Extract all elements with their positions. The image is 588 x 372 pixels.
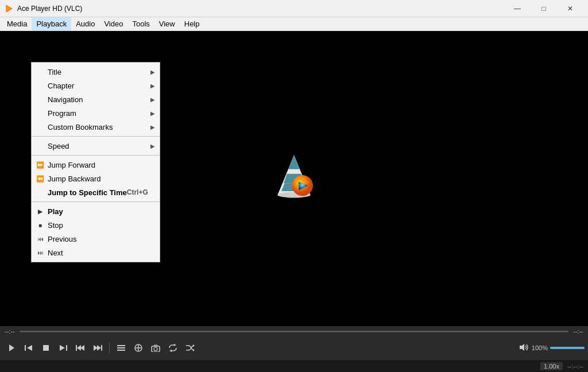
frame-fwd-icon (93, 344, 102, 351)
menu-chapter[interactable]: Chapter (32, 79, 160, 92)
menu-audio[interactable]: Audio (71, 17, 99, 30)
playlist-toggle-button[interactable] (113, 340, 129, 356)
status-bar: 1.00x --:--:-- (0, 359, 588, 372)
speed-display: 1.00x (540, 362, 563, 370)
svg-marker-35 (193, 349, 195, 351)
svg-rect-24 (117, 347, 125, 348)
app-icon (5, 4, 14, 13)
svg-rect-15 (66, 345, 67, 351)
jump-forward-icon: ⏩ (35, 161, 45, 169)
play-button[interactable] (3, 340, 20, 356)
svg-marker-34 (193, 344, 195, 347)
random-button[interactable] (182, 340, 198, 356)
minimize-button[interactable]: — (504, 0, 531, 17)
menu-help[interactable]: Help (180, 17, 204, 30)
main-content: Title Chapter Navigation Program Custom … (0, 31, 588, 372)
svg-marker-11 (9, 344, 14, 351)
menu-video[interactable]: Video (99, 17, 127, 30)
menu-speed[interactable]: Speed (32, 139, 160, 153)
svg-rect-12 (25, 345, 26, 351)
menu-media[interactable]: Media (2, 17, 32, 30)
svg-marker-0 (6, 5, 12, 12)
separator-2 (32, 155, 160, 156)
prev-button[interactable] (21, 340, 37, 356)
window-title: Ace Player HD (VLC) (17, 5, 504, 13)
play-icon: ▶ (35, 208, 45, 215)
volume-icon (519, 343, 529, 353)
controls-bar: 100% (0, 336, 588, 359)
volume-percentage: 100% (532, 344, 548, 351)
menu-play[interactable]: ▶ Play (32, 204, 160, 218)
prev-icon (25, 344, 33, 351)
svg-marker-32 (174, 344, 176, 346)
volume-fill (550, 347, 585, 349)
frame-back-button[interactable] (72, 340, 88, 356)
svg-marker-19 (77, 345, 81, 351)
svg-marker-13 (27, 345, 32, 351)
time-left: --:-- (5, 328, 15, 335)
svg-marker-22 (97, 345, 101, 351)
stop-icon: ■ (35, 222, 45, 228)
next-icon: ⏭ (35, 249, 45, 256)
menu-tools[interactable]: Tools (127, 17, 154, 30)
speaker-icon (519, 343, 529, 351)
extended-button[interactable] (130, 340, 146, 356)
loop-button[interactable] (165, 340, 181, 356)
volume-bar[interactable] (550, 347, 585, 349)
svg-marker-5 (288, 155, 300, 169)
window-controls: — □ ✕ (504, 0, 583, 17)
loop-icon (168, 344, 177, 352)
frame-fwd-button[interactable] (90, 340, 106, 356)
time-display: --:--:-- (567, 363, 583, 370)
menu-jump-specific[interactable]: Jump to Specific Time Ctrl+G (32, 185, 160, 199)
time-right: --:-- (573, 328, 583, 335)
seekbar-track[interactable] (20, 331, 569, 332)
svg-marker-36 (520, 344, 524, 351)
svg-rect-20 (101, 345, 102, 351)
playlist-icon (117, 344, 125, 351)
seekbar-row: --:-- --:-- (0, 326, 588, 336)
menu-custom-bookmarks[interactable]: Custom Bookmarks (32, 120, 160, 134)
svg-marker-33 (169, 350, 172, 352)
next-button[interactable] (55, 340, 71, 356)
svg-marker-31 (154, 345, 157, 346)
maximize-button[interactable]: □ (531, 0, 557, 17)
menu-navigation[interactable]: Navigation (32, 92, 160, 106)
svg-rect-25 (117, 350, 125, 351)
svg-point-30 (154, 347, 157, 351)
next-icon (59, 344, 67, 351)
menu-previous[interactable]: ⏮ Previous (32, 232, 160, 246)
separator-3 (32, 202, 160, 202)
svg-marker-18 (80, 345, 84, 351)
close-button[interactable]: ✕ (557, 0, 583, 17)
menu-jump-backward[interactable]: ⏪ Jump Backward (32, 172, 160, 185)
menu-stop[interactable]: ■ Stop (32, 218, 160, 232)
frame-back-icon (76, 344, 85, 351)
play-triangle-icon (8, 344, 15, 352)
previous-icon: ⏮ (35, 235, 45, 242)
random-icon (185, 344, 195, 352)
svg-marker-21 (94, 345, 98, 351)
ctrl-separator-1 (109, 342, 110, 354)
title-bar: Ace Player HD (VLC) — □ ✕ (0, 0, 588, 17)
jump-backward-icon: ⏪ (35, 175, 45, 183)
menu-view[interactable]: View (154, 17, 180, 30)
menu-title[interactable]: Title (32, 65, 160, 79)
video-area[interactable]: Title Chapter Navigation Program Custom … (0, 31, 588, 326)
vlc-logo (268, 153, 320, 204)
menu-playback[interactable]: Playback (32, 17, 71, 30)
stop-square-icon (42, 344, 49, 351)
menu-program[interactable]: Program (32, 106, 160, 120)
svg-rect-14 (43, 345, 49, 351)
svg-rect-23 (117, 345, 125, 346)
menu-bar: Media Playback Audio Video Tools View He… (0, 17, 588, 31)
extended-icon (134, 344, 142, 352)
snapshot-icon (151, 344, 160, 352)
menu-jump-forward[interactable]: ⏩ Jump Forward (32, 158, 160, 172)
volume-area: 100% (519, 343, 585, 353)
svg-rect-17 (76, 345, 77, 351)
playback-dropdown: Title Chapter Navigation Program Custom … (31, 62, 160, 262)
snapshot-button[interactable] (148, 340, 164, 356)
stop-button[interactable] (38, 340, 54, 356)
menu-next[interactable]: ⏭ Next (32, 246, 160, 259)
